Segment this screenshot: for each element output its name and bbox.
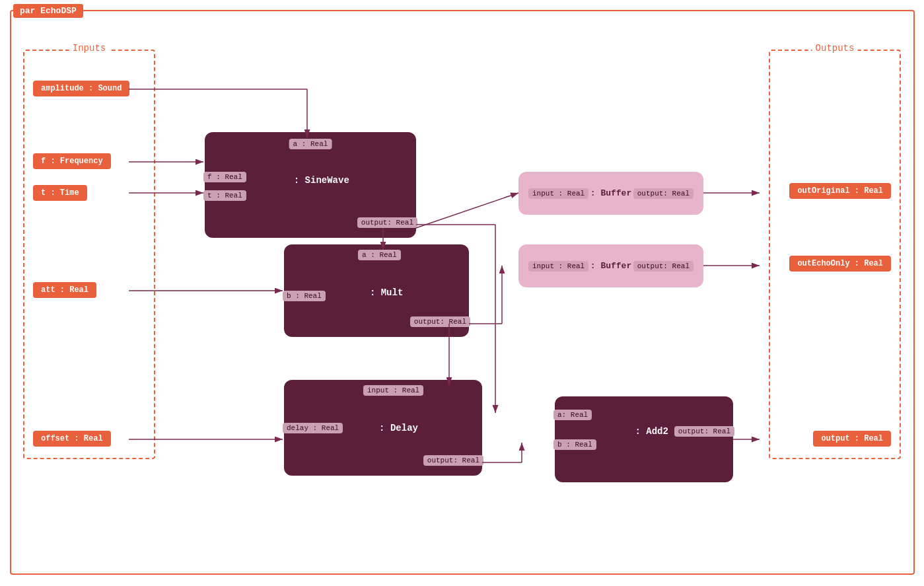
outputs-label: Outputs	[812, 43, 858, 54]
input-t[interactable]: t : Time	[33, 185, 87, 201]
sinewave-port-a: a : Real	[289, 139, 332, 149]
buffer2-type: : Buffer	[590, 261, 631, 271]
input-amplitude[interactable]: amplitude : Sound	[33, 81, 129, 96]
buffer2-port-in: input : Real	[528, 261, 588, 272]
output-outechoonly[interactable]: outEchoOnly : Real	[789, 256, 891, 272]
sinewave-port-out: output: Real	[357, 217, 417, 228]
delay-port-delay: delay : Real	[283, 423, 343, 433]
sinewave-node: a : Real f : Real t : Real : SineWave ou…	[205, 132, 416, 238]
sinewave-port-t: t : Real	[203, 190, 246, 201]
add2-port-out: output: Real	[674, 426, 734, 437]
delay-node: input : Real delay : Real : Delay output…	[284, 380, 482, 476]
inputs-box: Inputs	[23, 50, 155, 459]
inputs-label: Inputs	[69, 43, 109, 54]
add2-title: : Add2	[635, 426, 668, 437]
buffer2-node: input : Real : Buffer output: Real	[518, 244, 703, 287]
add2-port-a: a: Real	[553, 410, 592, 420]
input-f[interactable]: f : Frequency	[33, 153, 111, 169]
input-att[interactable]: att : Real	[33, 282, 96, 298]
buffer1-type: : Buffer	[590, 188, 631, 198]
mult-port-a: a : Real	[358, 250, 401, 260]
mult-port-b: b : Real	[283, 291, 326, 301]
buffer2-port-out: output: Real	[633, 261, 693, 272]
title-tab: par EchoDSP	[13, 4, 83, 18]
delay-port-input: input : Real	[363, 385, 423, 396]
output-outoriginal[interactable]: outOriginal : Real	[789, 183, 891, 199]
delay-port-out: output: Real	[423, 455, 483, 466]
outputs-box: Outputs	[769, 50, 901, 459]
input-offset[interactable]: offset : Real	[33, 431, 111, 447]
mult-title: : Mult	[370, 287, 403, 298]
output-output[interactable]: output : Real	[813, 431, 891, 447]
buffer1-port-out: output: Real	[633, 188, 693, 199]
add2-node: a: Real b : Real : Add2 output: Real	[555, 396, 733, 482]
buffer1-node: input : Real : Buffer output: Real	[518, 172, 703, 215]
sinewave-title: : SineWave	[294, 175, 349, 186]
mult-port-out: output: Real	[410, 316, 470, 327]
mult-node: a : Real b : Real : Mult output: Real	[284, 244, 469, 337]
canvas: par EchoDSP Inputs Outputs amplitude : S…	[0, 0, 924, 586]
buffer1-port-in: input : Real	[528, 188, 588, 199]
add2-port-b: b : Real	[553, 439, 596, 450]
delay-title: : Delay	[379, 423, 418, 433]
sinewave-port-f: f : Real	[203, 172, 246, 182]
